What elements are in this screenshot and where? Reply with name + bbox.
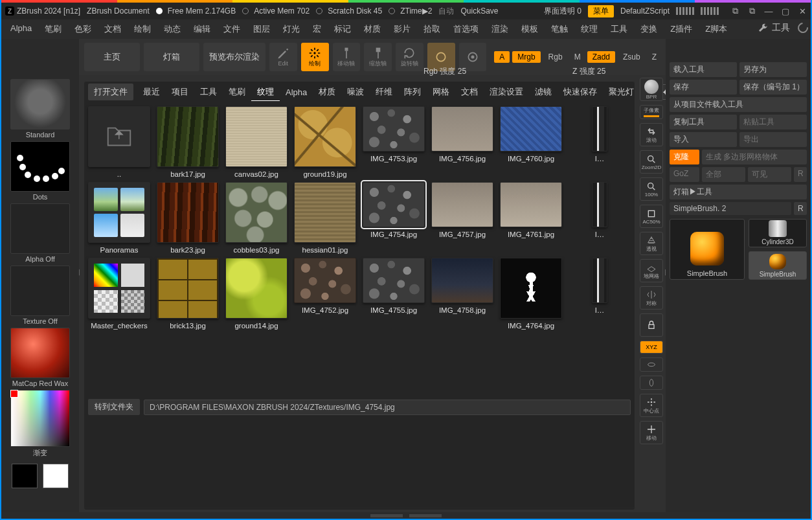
lightbox-tools-header[interactable]: 灯箱▶工具 (670, 185, 807, 199)
close-icon[interactable]: ✕ (798, 6, 807, 16)
tool-cylinder3d[interactable]: Cylinder3D (749, 219, 807, 247)
rotate-gizmo-button[interactable]: 旋转轴 (396, 43, 423, 71)
file-item-selected[interactable]: IMG_4754.jpg (361, 182, 426, 254)
folder-master-checkers[interactable]: Master_checkers (87, 258, 152, 330)
menu-item[interactable]: 变换 (634, 21, 664, 38)
color-picker[interactable]: 渐变 (10, 390, 70, 458)
save-inc-button[interactable]: 保存（编号加 1） (739, 80, 807, 95)
copy-tool-button[interactable]: 复制工具 (670, 115, 737, 130)
goto-folder-button[interactable]: 转到文件夹 (88, 399, 140, 415)
current-tool-name[interactable]: SimpleBrush. 2 (670, 202, 791, 215)
brush-swatch[interactable]: Standard (10, 79, 70, 139)
auto-label[interactable]: 自动 (438, 6, 454, 17)
rot-y-button[interactable] (640, 357, 663, 372)
menu-item[interactable]: 首选项 (447, 21, 485, 38)
maximize-icon[interactable]: ▢ (781, 6, 790, 16)
tool-simplebrush-small[interactable]: SimpleBrush (749, 251, 807, 280)
dock-right-icon[interactable]: ⧉ (747, 6, 756, 16)
stroke-swatch[interactable]: Dots (10, 141, 70, 201)
file-item[interactable]: brick13.jpg (155, 258, 220, 330)
file-item[interactable]: cobbles03.jpg (224, 182, 289, 254)
lightbox-tab[interactable]: 最近 (137, 84, 166, 100)
menu-item[interactable]: 宏 (306, 21, 328, 38)
lock-button[interactable] (640, 313, 663, 337)
export-button[interactable]: 导出 (739, 132, 807, 147)
file-item[interactable]: ground14.jpg (224, 258, 289, 330)
home-button[interactable]: 主页 (84, 43, 140, 71)
lightbox-tab[interactable]: Alpha (280, 85, 313, 100)
file-item[interactable]: IMG_4761.jpg (499, 182, 563, 254)
alpha-swatch[interactable]: Alpha Off (10, 203, 70, 263)
menu-item[interactable]: Z脚本 (699, 21, 734, 38)
lightbox-button[interactable]: 灯箱 (144, 43, 199, 71)
move-gizmo-button[interactable]: 移动轴 (333, 43, 361, 71)
menu-item[interactable]: 编辑 (187, 21, 217, 38)
menu-right-label[interactable]: 工具 (772, 22, 790, 34)
file-item[interactable]: IMG_4752.jpg (293, 258, 357, 330)
lightbox-tab[interactable]: 渲染设置 (484, 84, 529, 100)
scroll-button[interactable]: 滚动 (640, 123, 663, 146)
open-file-button[interactable]: 打开文件 (88, 84, 133, 100)
file-item[interactable]: bark23.jpg (155, 182, 220, 254)
lightbox-tab[interactable]: 材质 (313, 84, 341, 100)
rgb-intensity-slider[interactable]: Rgb 强度 25 (423, 66, 495, 77)
folder-panoramas[interactable]: Panoramas (87, 182, 152, 254)
rot-z-button[interactable] (640, 376, 663, 390)
menu-item[interactable]: 文档 (98, 21, 128, 38)
lightbox-tab[interactable]: 笔刷 (223, 84, 251, 100)
mode-z[interactable]: Z (652, 52, 657, 62)
file-item[interactable]: hessian01.jpg (293, 182, 357, 254)
lightbox-tab[interactable]: 项目 (166, 84, 194, 100)
menu-item[interactable]: 渲染 (485, 21, 515, 38)
save-button[interactable]: 保存 (670, 80, 737, 95)
move-button[interactable]: 移动 (640, 421, 663, 444)
mode-a[interactable]: A (494, 51, 510, 63)
menu-item[interactable]: 工具 (604, 21, 634, 38)
file-item[interactable]: IMG_4756.jpg (430, 106, 495, 178)
preview-boolean-button[interactable]: 预览布尔渲染 (203, 43, 265, 71)
lightbox-tab[interactable]: 快速保存 (558, 84, 603, 100)
persp-button[interactable]: 透视 (640, 232, 663, 255)
lightbox-tab[interactable]: 滤镜 (529, 84, 558, 100)
goz-all-button[interactable]: 全部 (702, 167, 745, 182)
right-expand-icon[interactable]: ▶ (665, 266, 666, 277)
floor-button[interactable]: 地网格 (640, 259, 663, 282)
wrench-icon[interactable] (758, 23, 768, 33)
lightbox-tab[interactable]: 文档 (455, 84, 484, 100)
lightbox-tab[interactable]: 工具 (194, 84, 223, 100)
path-field[interactable]: D:\PROGRAM FILES\MAXON ZBRUSH 2024/ZText… (144, 400, 631, 415)
file-item[interactable]: IMG_4764.jpg (499, 258, 563, 330)
lightbox-tab[interactable]: 纤维 (370, 84, 398, 100)
file-item[interactable]: IMG_4760.jpg (499, 106, 563, 178)
file-item[interactable]: IMG_4758.jpg (430, 258, 495, 330)
folder-up[interactable]: .. (87, 106, 152, 178)
file-item[interactable]: IMG_4753.jpg (361, 106, 426, 178)
ui-transparency[interactable]: 界面透明 0 (544, 6, 581, 17)
left-expand-icon[interactable]: ◀ (79, 266, 80, 277)
menu-item[interactable]: 文件 (217, 21, 247, 38)
lightbox-tab[interactable]: 网格 (427, 84, 455, 100)
footer-handles[interactable] (1, 512, 811, 519)
paste-tool-button[interactable]: 粘贴工具 (739, 115, 807, 130)
tool-simplebrush[interactable]: SimpleBrush (670, 219, 745, 280)
bg-color[interactable] (43, 464, 69, 488)
zoom2d-button[interactable]: Zoom2D (640, 150, 663, 174)
menu-item[interactable]: Alpha (4, 21, 38, 38)
lightbox-tab[interactable]: 阵列 (398, 84, 427, 100)
menu-item[interactable]: 笔触 (545, 21, 574, 38)
lightbox-tab[interactable]: 聚光灯 (603, 84, 640, 100)
load-tool-button[interactable]: 载入工具 (670, 62, 737, 77)
menu-item[interactable]: 纹理 (574, 21, 604, 38)
mode-zadd[interactable]: Zadd (587, 51, 615, 63)
fg-color[interactable] (12, 464, 38, 488)
texture-swatch[interactable]: Texture Off (10, 266, 70, 325)
file-item[interactable]: I… (567, 106, 632, 178)
goz-button[interactable]: GoZ (670, 167, 699, 182)
file-item[interactable]: ground19.jpg (293, 106, 357, 178)
mode-rgb[interactable]: Rgb (543, 51, 568, 63)
file-item[interactable]: bark17.jpg (155, 106, 220, 178)
tool-r-button[interactable]: R (794, 202, 807, 215)
menu-button[interactable]: 菜单 (588, 5, 614, 17)
scale-gizmo-button[interactable]: 缩放轴 (364, 43, 392, 71)
clone-button[interactable]: 克隆 (670, 150, 699, 164)
